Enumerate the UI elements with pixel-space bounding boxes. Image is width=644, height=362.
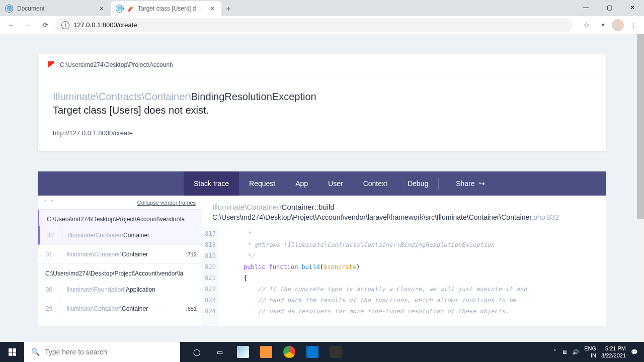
url-text: 127.0.0.1:8000/create xyxy=(73,21,137,29)
tray-up-icon[interactable]: ˄ xyxy=(553,349,556,355)
menu-icon[interactable]: ⋮ xyxy=(626,18,640,32)
frames-sidebar: ˄ ˅ Collapse vendor frames C:\Users\md27… xyxy=(38,196,202,326)
volume-icon[interactable]: 🔊 xyxy=(572,349,579,355)
frame-class: Container xyxy=(122,251,148,258)
page-scrollbar[interactable] xyxy=(637,34,644,342)
exception-namespace: Illuminate\Contracts\Container\ xyxy=(53,91,191,102)
search-placeholder: Type here to search xyxy=(45,348,107,356)
frame-number: 29 xyxy=(38,299,60,318)
tab-stack-trace[interactable]: Stack trace xyxy=(184,171,239,196)
bookmark-icon[interactable]: ☆ xyxy=(580,18,594,32)
code-block: 817818819820821822823824 * * @throws \Il… xyxy=(202,226,606,326)
new-tab-button[interactable]: + xyxy=(221,2,235,16)
ignition-nav: Stack trace Request App User Context Deb… xyxy=(38,171,606,196)
app-chrome[interactable] xyxy=(278,342,301,362)
close-window-button[interactable]: ✕ xyxy=(621,0,644,15)
frame-number: 30 xyxy=(38,280,60,299)
tab-error-page[interactable]: 🌐 🧨 Target class [Users] does not ✕ xyxy=(111,1,221,16)
line-gutter: 817818819820821822823824 xyxy=(202,226,218,326)
frame-namespace: Illuminate\Container\ xyxy=(62,232,123,239)
search-icon: 🔍 xyxy=(31,348,40,356)
minimize-button[interactable]: — xyxy=(575,0,598,15)
frame-namespace: Illuminate\Container\ xyxy=(60,251,122,258)
tab-context[interactable]: Context xyxy=(353,171,397,196)
share-button[interactable]: Share ↪ xyxy=(446,179,495,188)
frame-line: :712 xyxy=(186,251,202,257)
clock[interactable]: 5:21 PM3/22/2021 xyxy=(601,345,626,359)
profile-avatar[interactable] xyxy=(612,19,624,31)
code-method: Container::build xyxy=(282,203,335,211)
frame-number: 31 xyxy=(38,245,60,263)
address-bar[interactable]: i 127.0.0.1:8000/create xyxy=(55,18,573,32)
tab-title: Target class [Users] does not xyxy=(138,5,204,12)
close-icon[interactable]: ✕ xyxy=(208,5,216,13)
forward-button[interactable]: → xyxy=(21,18,35,32)
error-card: Illuminate\Contracts\Container\BindingRe… xyxy=(38,76,606,151)
stack-frame[interactable]: 30 Illuminate\Foundation\Application xyxy=(38,280,202,299)
back-button[interactable]: ← xyxy=(4,18,18,32)
language-indicator[interactable]: ENGIN xyxy=(584,345,596,359)
frame-number: 32 xyxy=(40,226,62,244)
tab-app[interactable]: App xyxy=(285,171,318,196)
close-icon[interactable]: ✕ xyxy=(98,5,106,13)
maximize-button[interactable]: ▢ xyxy=(598,0,621,15)
error-message: Target class [Users] does not exist. xyxy=(53,105,591,116)
globe-icon: 🌐 xyxy=(5,5,13,13)
page-content: C:\Users\md274\Desktop\Project\Account\ … xyxy=(0,34,644,342)
share-label: Share xyxy=(456,179,474,188)
tab-document[interactable]: 🌐 Document ✕ xyxy=(0,1,111,16)
windows-icon xyxy=(9,348,16,356)
code-namespace: Illuminate\Container\ xyxy=(212,203,282,211)
start-button[interactable] xyxy=(0,342,24,362)
code-file-line: .php:832 xyxy=(531,213,559,221)
app-vscode[interactable] xyxy=(301,342,324,362)
tab-request[interactable]: Request xyxy=(239,171,285,196)
notifications-icon[interactable]: 💬 xyxy=(631,349,638,355)
windows-taskbar: 🔍 Type here to search ◯ ▭ ˄ 🖥 🔊 ENGIN 5:… xyxy=(0,342,644,362)
frame-line: :651 xyxy=(186,306,202,312)
frame-class: Container xyxy=(123,232,149,239)
browser-toolbar: ← → ⟳ i 127.0.0.1:8000/create ☆ ✦ ⋮ xyxy=(0,16,644,34)
exception-class: BindingResolutionException xyxy=(191,91,316,102)
frame-class: Container xyxy=(122,305,148,312)
tab-strip: 🌐 Document ✕ 🌐 🧨 Target class [Users] do… xyxy=(0,0,644,16)
taskbar-search[interactable]: 🔍 Type here to search xyxy=(24,342,180,362)
laravel-icon xyxy=(48,61,55,68)
globe-icon: 🌐 xyxy=(116,5,124,13)
frame-group-path[interactable]: C:\Users\md274\Desktop\Project\Account\v… xyxy=(38,210,202,226)
stack-frame[interactable]: 32 Illuminate\Container\Container xyxy=(38,226,202,245)
frame-namespace: Illuminate\Container\ xyxy=(60,305,122,312)
site-info-icon[interactable]: i xyxy=(61,21,69,29)
source-code[interactable]: * * @throws \Illuminate\Contracts\Contai… xyxy=(218,226,527,326)
share-icon: ↪ xyxy=(479,179,485,188)
stack-frame[interactable]: 29 Illuminate\Container\Container :651 xyxy=(38,299,202,318)
project-path-bar: C:\Users\md274\Desktop\Project\Account\ xyxy=(38,54,606,76)
tab-title: Document xyxy=(17,5,94,12)
app-terminal[interactable] xyxy=(324,342,347,362)
code-file-path: C:\Users\md274\Desktop\Project\Account\v… xyxy=(212,213,531,221)
frame-nav-down-icon[interactable]: ˅ xyxy=(51,200,54,205)
frame-class: Application xyxy=(126,286,155,293)
tab-user[interactable]: User xyxy=(318,171,353,196)
favicon-icon: 🧨 xyxy=(128,6,134,12)
scrollbar-thumb[interactable] xyxy=(637,34,644,219)
cortana-icon[interactable]: ◯ xyxy=(185,342,208,362)
code-viewer: Illuminate\Container\Container::build C:… xyxy=(202,196,606,326)
window-controls: — ▢ ✕ xyxy=(575,0,644,15)
task-view-icon[interactable]: ▭ xyxy=(208,342,231,362)
stack-trace-panel: ˄ ˅ Collapse vendor frames C:\Users\md27… xyxy=(38,196,606,326)
tab-debug[interactable]: Debug xyxy=(397,171,438,196)
collapse-vendor-link[interactable]: Collapse vendor frames xyxy=(137,200,196,206)
reload-button[interactable]: ⟳ xyxy=(38,18,52,32)
app-xampp[interactable] xyxy=(255,342,278,362)
stack-frame[interactable]: 31 Illuminate\Container\Container :712 xyxy=(38,245,202,264)
network-icon[interactable]: 🖥 xyxy=(561,349,567,355)
error-url-link[interactable]: http://127.0.0.1:8000/create xyxy=(53,129,133,137)
project-path: C:\Users\md274\Desktop\Project\Account\ xyxy=(60,61,173,68)
extensions-icon[interactable]: ✦ xyxy=(596,18,610,32)
divider xyxy=(438,177,439,190)
frame-namespace: Illuminate\Foundation\ xyxy=(60,286,126,293)
frame-group-path[interactable]: C:\Users\md274\Desktop\Project\Account\v… xyxy=(38,264,202,280)
frame-nav-up-icon[interactable]: ˄ xyxy=(44,200,48,205)
app-weather[interactable] xyxy=(231,342,255,362)
